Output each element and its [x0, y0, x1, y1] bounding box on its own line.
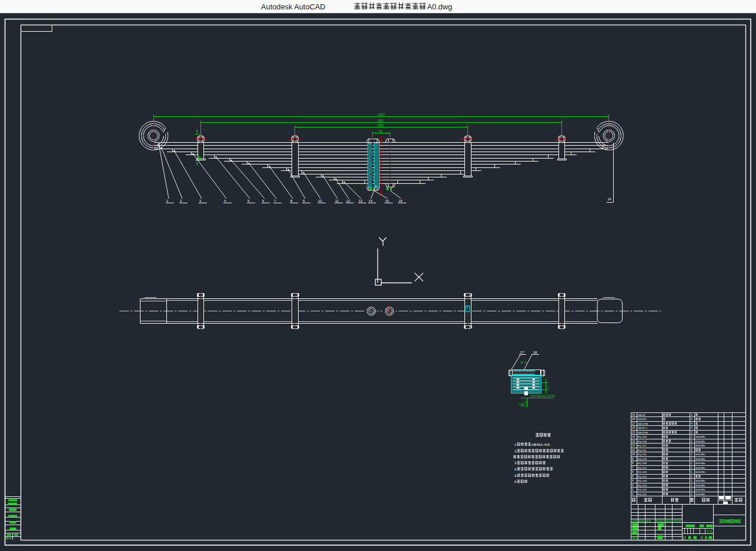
- svg-text:GB-5783: GB-5783: [638, 422, 648, 425]
- svg-text:60Si2Mn: 60Si2Mn: [695, 471, 705, 473]
- svg-text:GB-891: GB-891: [638, 418, 647, 421]
- svg-text:60Si2Mn: 60Si2Mn: [695, 466, 705, 469]
- svg-text:16: 16: [632, 426, 635, 429]
- svg-text:90: 90: [379, 129, 383, 133]
- svg-text:19: 19: [632, 414, 635, 416]
- svg-text:3.: 3.: [514, 461, 517, 465]
- svg-text:60Si2Mn: 60Si2Mn: [695, 453, 705, 456]
- svg-text:6.: 6.: [514, 480, 517, 483]
- svg-text:5: 5: [247, 199, 249, 203]
- svg-text:15: 15: [385, 199, 389, 203]
- svg-text:EQ-105: EQ-105: [638, 475, 647, 478]
- svg-text:1:2: 1:2: [707, 529, 712, 533]
- svg-text:EQ-102: EQ-102: [638, 488, 647, 491]
- svg-text:EQ-108: EQ-108: [638, 462, 647, 465]
- svg-text:950: 950: [378, 119, 384, 122]
- svg-text:60Si2Mn: 60Si2Mn: [695, 484, 705, 487]
- svg-text:60Si2Mn: 60Si2Mn: [695, 440, 705, 443]
- svg-text:GB-97.1: GB-97.1: [638, 426, 648, 429]
- svg-text:EQ-110: EQ-110: [638, 453, 647, 456]
- svg-text:60Si2Mn: 60Si2Mn: [695, 479, 705, 482]
- svg-text:7: 7: [274, 199, 276, 203]
- svg-text:EQ-109: EQ-109: [638, 458, 647, 461]
- svg-text:10: 10: [632, 453, 635, 456]
- svg-text:60Si2Mn: 60Si2Mn: [695, 493, 705, 496]
- svg-text:11: 11: [335, 199, 339, 203]
- svg-text:1.: 1.: [514, 443, 517, 446]
- svg-text:10: 10: [318, 199, 322, 203]
- svg-text:12: 12: [632, 444, 635, 447]
- svg-text:18: 18: [533, 350, 537, 354]
- svg-text:14: 14: [369, 199, 373, 203]
- svg-text:EQ-107: EQ-107: [638, 466, 647, 469]
- svg-text:EQ-103: EQ-103: [638, 484, 647, 487]
- svg-text:GB-5780: GB-5780: [638, 431, 648, 434]
- svg-text:9: 9: [303, 199, 305, 203]
- svg-text:1: 1: [166, 199, 168, 203]
- svg-text:1:4: 1:4: [519, 403, 523, 406]
- svg-text:4.: 4.: [514, 468, 517, 471]
- svg-text:14: 14: [632, 435, 635, 438]
- svg-text:EQ-101: EQ-101: [638, 493, 647, 496]
- svg-text:8: 8: [290, 199, 292, 203]
- svg-text:2.: 2.: [514, 449, 517, 453]
- svg-text:60Si2Mn: 60Si2Mn: [695, 435, 705, 438]
- svg-text:EQ-140: EQ-140: [638, 435, 647, 438]
- svg-text:5.: 5.: [514, 474, 517, 478]
- svg-text:Φ10.5M10X1.25-6H: Φ10.5M10X1.25-6H: [531, 395, 555, 398]
- svg-text:A0.dwg: A0.dwg: [427, 2, 453, 11]
- svg-text:2: 2: [180, 199, 182, 203]
- svg-text:EQ-111: EQ-111: [638, 449, 647, 452]
- svg-text:1200: 1200: [377, 113, 385, 116]
- svg-text:11: 11: [632, 449, 635, 452]
- svg-text:Autodesk AutoCAD: Autodesk AutoCAD: [261, 2, 326, 11]
- svg-text:13: 13: [632, 440, 635, 443]
- svg-text:EQ-104: EQ-104: [638, 479, 647, 482]
- svg-text:60Si2Mn: 60Si2Mn: [695, 458, 705, 461]
- svg-text:A-A: A-A: [521, 360, 527, 364]
- svg-text:6: 6: [262, 199, 264, 203]
- svg-text:14: 14: [608, 197, 611, 201]
- svg-text:3: 3: [547, 385, 549, 389]
- svg-text:60Si2Mn: 60Si2Mn: [695, 488, 705, 491]
- svg-text:HB363~415.: HB363~415.: [531, 443, 551, 446]
- svg-text:EQ-106: EQ-106: [638, 471, 647, 473]
- svg-text:60Si2Mn: 60Si2Mn: [695, 444, 705, 447]
- svg-text:EQ-139: EQ-139: [638, 440, 647, 443]
- svg-text:GB-93: GB-93: [638, 414, 645, 416]
- svg-text:60Si2Mn: 60Si2Mn: [695, 462, 705, 465]
- svg-text:550: 550: [378, 123, 384, 127]
- svg-text:15: 15: [632, 431, 635, 434]
- svg-text:16: 16: [399, 199, 402, 203]
- svg-text:12: 12: [346, 199, 350, 203]
- svg-text:3: 3: [199, 199, 201, 203]
- svg-text:18: 18: [632, 418, 635, 421]
- svg-text:17: 17: [632, 422, 635, 425]
- svg-text:EQ-112: EQ-112: [638, 444, 647, 447]
- svg-text:13: 13: [359, 199, 362, 203]
- svg-text:17: 17: [520, 350, 524, 354]
